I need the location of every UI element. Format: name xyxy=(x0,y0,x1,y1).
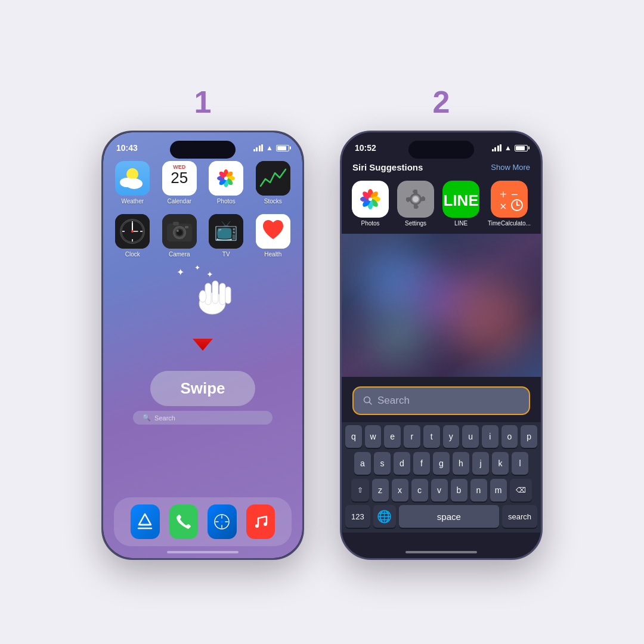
app-grid-1: Weather WED 25 Calendar xyxy=(103,155,302,264)
key-y[interactable]: y xyxy=(443,425,460,448)
key-b[interactable]: b xyxy=(451,479,467,501)
line-sugg-label: LINE xyxy=(454,220,467,227)
search-container: Search xyxy=(342,377,541,422)
phone-1: 10:43 ▲ xyxy=(101,131,304,560)
down-arrow-icon xyxy=(188,312,218,354)
svg-point-31 xyxy=(177,230,179,232)
weather-app[interactable]: Weather xyxy=(114,161,151,205)
battery-icon xyxy=(276,145,289,151)
key-g[interactable]: g xyxy=(433,452,450,475)
key-l[interactable]: l xyxy=(512,452,528,475)
wifi-icon: ▲ xyxy=(266,144,273,152)
siri-header: Siri Suggestions Show More xyxy=(342,155,541,177)
keyboard-row-1: q w e r t y u i o p xyxy=(342,422,541,449)
settings-suggestion[interactable]: Settings xyxy=(397,181,434,227)
svg-rect-32 xyxy=(185,226,188,228)
svg-rect-14 xyxy=(256,161,290,196)
key-n[interactable]: n xyxy=(470,479,487,501)
keyboard-bottom: 123 🌐 space search xyxy=(342,503,541,532)
key-u[interactable]: u xyxy=(462,425,479,448)
key-e[interactable]: e xyxy=(384,425,401,448)
timecalc-suggestion[interactable]: + − × TimeCalculato... xyxy=(488,181,531,227)
key-123[interactable]: 123 xyxy=(345,505,370,528)
key-q[interactable]: q xyxy=(345,425,362,448)
show-more-button[interactable]: Show More xyxy=(491,163,530,172)
wifi-icon-2: ▲ xyxy=(504,144,512,152)
home-indicator-2 xyxy=(405,551,477,553)
phone-dock[interactable] xyxy=(169,504,199,539)
key-f[interactable]: f xyxy=(413,452,430,475)
calendar-date: 25 xyxy=(171,170,188,185)
key-p[interactable]: p xyxy=(521,425,537,448)
phone-2: 10:52 ▲ xyxy=(340,131,543,560)
svg-rect-38 xyxy=(212,281,218,304)
svg-point-3 xyxy=(126,178,143,189)
svg-point-45 xyxy=(264,522,267,526)
key-i[interactable]: i xyxy=(482,425,499,448)
key-m[interactable]: m xyxy=(490,479,507,501)
key-v[interactable]: v xyxy=(431,479,448,501)
key-j[interactable]: j xyxy=(472,452,489,475)
clock-label: Clock xyxy=(125,251,140,258)
svg-point-43 xyxy=(221,521,223,523)
status-bar-1: 10:43 ▲ xyxy=(103,132,302,155)
stocks-app[interactable]: Stocks xyxy=(255,161,292,205)
keyboard-row-2: a s d f g h j k l xyxy=(342,449,541,476)
timecalc-sugg-label: TimeCalculato... xyxy=(488,220,531,227)
photos-app-1[interactable]: Photos xyxy=(208,161,245,205)
tv-label: TV xyxy=(222,251,230,258)
suggestions-row: Photos xyxy=(342,177,541,234)
gesture-area: ✦ ✦ ✦ xyxy=(103,264,302,371)
key-emoji[interactable]: 🌐 xyxy=(373,505,396,528)
key-d[interactable]: d xyxy=(394,452,410,475)
swipe-button[interactable]: Swipe xyxy=(150,371,255,406)
svg-point-24 xyxy=(131,230,134,233)
key-shift[interactable]: ⇧ xyxy=(351,479,369,501)
key-r[interactable]: r xyxy=(404,425,420,448)
key-h[interactable]: h xyxy=(453,452,469,475)
small-search-label: Search xyxy=(154,414,175,422)
search-field[interactable]: Search xyxy=(352,386,530,415)
weather-label: Weather xyxy=(121,198,144,205)
status-icons-1: ▲ xyxy=(253,144,289,152)
key-w[interactable]: w xyxy=(365,425,382,448)
key-delete[interactable]: ⌫ xyxy=(510,479,532,501)
calendar-app[interactable]: WED 25 Calendar xyxy=(161,161,199,205)
key-space[interactable]: space xyxy=(399,505,499,528)
keyboard-row-3: ⇧ z x c v b n m ⌫ xyxy=(342,476,541,503)
camera-app[interactable]: Camera xyxy=(161,214,199,258)
svg-rect-40 xyxy=(225,287,231,304)
svg-point-41 xyxy=(199,290,206,302)
search-icon xyxy=(363,396,373,405)
svg-line-78 xyxy=(370,402,372,405)
signal-icon xyxy=(253,144,264,151)
key-x[interactable]: x xyxy=(392,479,408,501)
key-k[interactable]: k xyxy=(492,452,509,475)
music-dock[interactable] xyxy=(246,504,275,539)
key-z[interactable]: z xyxy=(372,479,389,501)
appstore-dock[interactable] xyxy=(131,504,160,539)
line-suggestion[interactable]: LINE LINE xyxy=(442,181,479,227)
svg-text:LINE: LINE xyxy=(443,191,478,209)
tv-app[interactable]: 📺 TV xyxy=(208,214,245,258)
key-s[interactable]: s xyxy=(374,452,391,475)
key-o[interactable]: o xyxy=(501,425,518,448)
step-1-wrapper: 1 10:43 ▲ xyxy=(101,84,304,560)
key-search-action[interactable]: search xyxy=(502,505,537,528)
keyboard: q w e r t y u i o p a s xyxy=(342,422,541,532)
siri-title: Siri Suggestions xyxy=(352,162,423,172)
svg-text:+: + xyxy=(500,188,507,201)
step-1-number: 1 xyxy=(194,84,212,120)
svg-rect-39 xyxy=(219,283,225,305)
photos-suggestion[interactable]: Photos xyxy=(352,181,389,227)
health-app[interactable]: Health xyxy=(255,214,292,258)
home-indicator-1 xyxy=(167,551,239,553)
svg-point-55 xyxy=(369,197,372,201)
svg-text:−: − xyxy=(511,188,518,201)
key-t[interactable]: t xyxy=(423,425,440,448)
key-a[interactable]: a xyxy=(354,452,371,475)
clock-app[interactable]: Clock xyxy=(114,214,151,258)
calendar-label: Calendar xyxy=(167,198,191,205)
safari-dock[interactable] xyxy=(208,504,237,539)
key-c[interactable]: c xyxy=(411,479,428,501)
